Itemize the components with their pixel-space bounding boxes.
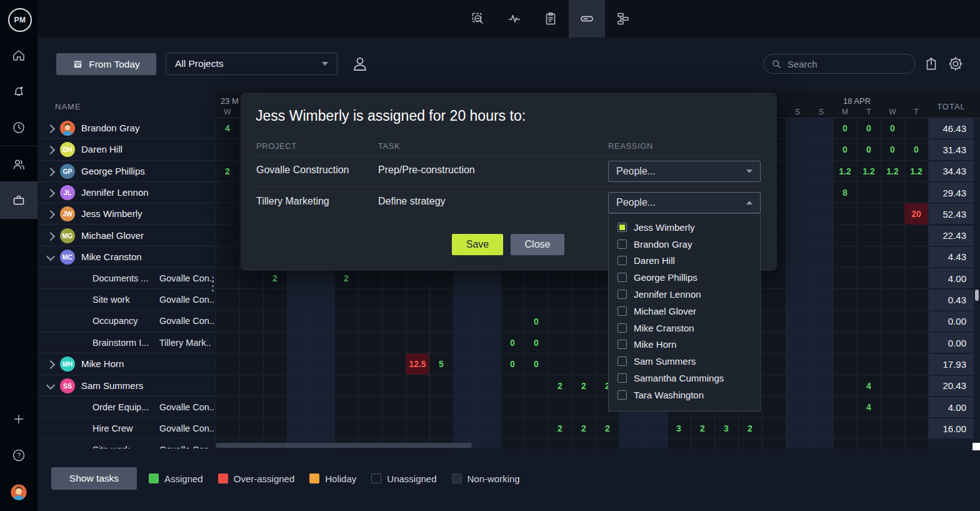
checkbox[interactable] <box>618 340 627 349</box>
chevron-right-icon[interactable] <box>46 189 55 198</box>
save-button[interactable]: Save <box>452 234 503 255</box>
home-icon[interactable] <box>0 37 38 74</box>
people-option[interactable]: Jennifer Lennon <box>609 286 760 303</box>
allocation-cell[interactable]: 3 <box>667 418 691 439</box>
allocation-cell[interactable]: 4 <box>216 118 239 139</box>
people-option[interactable]: Mike Cranston <box>609 320 760 336</box>
chevron-right-icon[interactable] <box>46 124 55 133</box>
search-input[interactable] <box>786 58 895 70</box>
person-row[interactable]: SSSam Summers <box>38 375 216 397</box>
allocation-cell[interactable]: 1.2 <box>857 161 881 182</box>
reassign-select-closed[interactable]: People... <box>608 161 761 182</box>
allocation-cell[interactable]: 0 <box>833 139 857 160</box>
pm-logo[interactable]: PM <box>8 8 32 32</box>
chevron-down-icon[interactable] <box>46 252 55 261</box>
tab-sitemap[interactable] <box>605 0 641 38</box>
allocation-cell[interactable]: 0 <box>524 311 548 332</box>
allocation-cell[interactable]: 4 <box>857 397 881 418</box>
chevron-right-icon[interactable] <box>46 231 55 240</box>
plus-icon[interactable] <box>0 400 38 438</box>
allocation-cell[interactable]: 2 <box>548 418 572 439</box>
checkbox[interactable] <box>618 273 627 282</box>
allocation-cell[interactable]: 2 <box>691 418 714 439</box>
tab-workload[interactable] <box>569 0 605 38</box>
checkbox[interactable] <box>618 256 627 265</box>
person-row[interactable]: Brandon Gray <box>38 118 216 139</box>
person-row[interactable]: JLJennifer Lennon <box>38 182 216 203</box>
allocation-cell[interactable]: 0 <box>881 139 904 160</box>
people-option[interactable]: Mike Horn <box>609 336 760 353</box>
reassign-select-open[interactable]: People... <box>608 192 761 213</box>
chevron-right-icon[interactable] <box>46 168 55 176</box>
allocation-cell[interactable]: 2 <box>216 161 239 182</box>
checkbox[interactable] <box>618 240 627 249</box>
task-row[interactable]: Site workGovalle Con <box>38 440 216 449</box>
people-option[interactable]: Jess Wimberly <box>609 219 760 236</box>
tab-clipboard[interactable] <box>532 0 569 38</box>
people-option[interactable]: Samantha Cummings <box>609 370 760 387</box>
allocation-cell[interactable]: 2 <box>548 375 572 397</box>
person-row[interactable]: JWJess Wimberly <box>38 203 216 225</box>
allocation-cell[interactable]: 4 <box>857 375 881 397</box>
horizontal-scrollbar[interactable] <box>216 443 472 448</box>
panel-resize-handle[interactable] <box>212 276 214 294</box>
people-option[interactable]: Brandon Gray <box>609 236 760 253</box>
allocation-cell[interactable]: 0 <box>881 118 904 139</box>
help-icon[interactable]: ? <box>0 437 38 474</box>
chevron-right-icon[interactable] <box>46 210 55 219</box>
chevron-down-icon[interactable] <box>46 381 55 390</box>
people-option[interactable]: Sam Summers <box>609 353 760 370</box>
allocation-cell[interactable]: 3 <box>714 418 738 439</box>
allocation-cell[interactable]: 1.2 <box>881 161 904 182</box>
allocation-cell[interactable]: 12.5 <box>406 353 429 375</box>
checkbox[interactable] <box>618 323 627 333</box>
person-row[interactable]: DHDaren Hill <box>38 139 216 160</box>
show-tasks-button[interactable]: Show tasks <box>51 467 137 490</box>
tab-activity[interactable] <box>496 0 532 38</box>
workload-briefcase-icon[interactable] <box>0 181 38 219</box>
from-today-button[interactable]: From Today <box>56 53 156 75</box>
people-option[interactable]: George Phillips <box>609 269 760 286</box>
allocation-cell[interactable]: 0 <box>857 139 881 160</box>
task-row[interactable]: Order Equip...Govalle Con.. <box>38 397 216 418</box>
task-row[interactable]: OccupancyGovalle Con.. <box>38 311 216 332</box>
allocation-cell[interactable]: 2 <box>334 268 358 289</box>
allocation-cell[interactable]: 2 <box>263 268 287 289</box>
people-option[interactable]: Michael Glover <box>609 303 760 320</box>
allocation-cell[interactable]: 8 <box>833 182 857 203</box>
checkbox[interactable] <box>618 290 627 299</box>
people-option[interactable]: Tara Washington <box>609 387 760 403</box>
settings-gear-icon[interactable] <box>944 53 967 75</box>
allocation-cell[interactable]: 2 <box>738 418 762 439</box>
export-icon[interactable] <box>920 53 942 75</box>
allocation-cell[interactable]: 0 <box>501 332 524 353</box>
task-row[interactable]: Brainstorm I...Tillery Mark.. <box>38 332 216 353</box>
notifications-bell-icon[interactable] <box>0 73 38 110</box>
allocation-cell[interactable]: 1.2 <box>833 161 857 182</box>
user-avatar[interactable] <box>0 473 38 511</box>
allocation-cell[interactable]: 2 <box>572 418 596 439</box>
allocation-cell[interactable]: 20 <box>904 203 928 225</box>
allocation-cell[interactable]: 5 <box>429 353 453 375</box>
checkbox-checked[interactable] <box>618 223 627 232</box>
people-icon[interactable] <box>0 146 38 183</box>
search-box[interactable] <box>763 54 916 74</box>
allocation-cell[interactable]: 0 <box>524 332 548 353</box>
allocation-cell[interactable]: 0 <box>904 139 928 160</box>
allocation-cell[interactable]: 2 <box>596 418 619 439</box>
task-row[interactable]: Documents ...Govalle Con.. <box>38 268 216 289</box>
clock-icon[interactable] <box>0 109 38 146</box>
allocation-cell[interactable]: 2 <box>572 375 596 397</box>
chevron-right-icon[interactable] <box>46 360 55 369</box>
project-filter-select[interactable]: All Projects <box>166 53 338 75</box>
allocation-cell[interactable]: 0 <box>501 353 524 375</box>
person-row[interactable]: MGMichael Glover <box>38 225 216 246</box>
checkbox[interactable] <box>618 373 627 383</box>
close-button[interactable]: Close <box>511 234 564 255</box>
allocation-cell[interactable]: 0 <box>833 118 857 139</box>
allocation-cell[interactable]: 0 <box>857 118 881 139</box>
person-row[interactable]: GPGeorge Phillips <box>38 161 216 182</box>
task-row[interactable]: Site workGovalle Con.. <box>38 289 216 310</box>
chevron-right-icon[interactable] <box>46 146 55 154</box>
person-row[interactable]: MHMike Horn <box>38 353 216 375</box>
